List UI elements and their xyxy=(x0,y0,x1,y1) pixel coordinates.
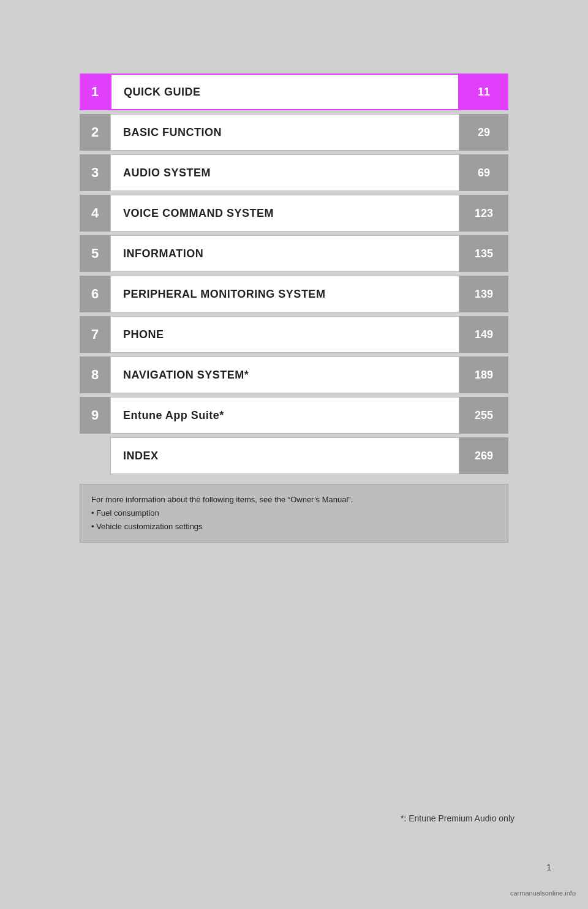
page-container: 1QUICK GUIDE112BASIC FUNCTION293AUDIO SY… xyxy=(0,0,588,909)
toc-page-7: 149 xyxy=(459,316,508,353)
watermark: carmanualsonline.info xyxy=(510,889,576,897)
toc-page-6: 139 xyxy=(459,276,508,312)
toc-row-3[interactable]: 3AUDIO SYSTEM69 xyxy=(80,154,508,191)
toc-content-4: VOICE COMMAND SYSTEM xyxy=(110,195,459,232)
toc-row-8[interactable]: 8NAVIGATION SYSTEM*189 xyxy=(80,356,508,393)
toc-title-7: PHONE xyxy=(123,328,164,341)
toc-title-8: NAVIGATION SYSTEM* xyxy=(123,369,249,382)
toc-row-4[interactable]: 4VOICE COMMAND SYSTEM123 xyxy=(80,195,508,232)
toc-page-number-index: 269 xyxy=(475,450,493,462)
toc-page-number-4: 123 xyxy=(475,207,493,220)
note-bullet1: • Fuel consumption xyxy=(91,507,497,520)
toc-page-number-1: 11 xyxy=(478,86,490,99)
footnote: *: Entune Premium Audio only xyxy=(401,813,514,823)
toc-content-2: BASIC FUNCTION xyxy=(110,114,459,151)
toc-title-6: PERIPHERAL MONITORING SYSTEM xyxy=(123,288,325,301)
toc-title-2: BASIC FUNCTION xyxy=(123,126,222,139)
toc-number-3: 3 xyxy=(80,154,110,191)
toc-number-7: 7 xyxy=(80,316,110,353)
toc-number-1: 1 xyxy=(80,74,110,110)
toc-page-index: 269 xyxy=(459,437,508,474)
toc-content-8: NAVIGATION SYSTEM* xyxy=(110,356,459,393)
toc-content-1: QUICK GUIDE xyxy=(110,74,459,110)
toc-page-8: 189 xyxy=(459,356,508,393)
toc-number-2: 2 xyxy=(80,114,110,151)
toc-content-9: Entune App Suite* xyxy=(110,397,459,434)
note-box: For more information about the following… xyxy=(80,484,508,543)
toc-page-3: 69 xyxy=(459,154,508,191)
toc-row-6[interactable]: 6PERIPHERAL MONITORING SYSTEM139 xyxy=(80,276,508,312)
toc-page-9: 255 xyxy=(459,397,508,434)
toc-row-9[interactable]: 9Entune App Suite*255 xyxy=(80,397,508,434)
toc-content-3: AUDIO SYSTEM xyxy=(110,154,459,191)
toc-row-2[interactable]: 2BASIC FUNCTION29 xyxy=(80,114,508,151)
note-bullet2: • Vehicle customization settings xyxy=(91,520,497,534)
toc-number-6: 6 xyxy=(80,276,110,312)
toc-title-index: INDEX xyxy=(123,450,159,462)
toc-content-5: INFORMATION xyxy=(110,235,459,272)
toc-number-8: 8 xyxy=(80,356,110,393)
toc-content-index: INDEX xyxy=(110,437,459,474)
toc-page-number-2: 29 xyxy=(478,126,490,139)
toc-row-1[interactable]: 1QUICK GUIDE11 xyxy=(80,74,508,110)
toc-title-3: AUDIO SYSTEM xyxy=(123,167,211,179)
note-text-line1: For more information about the following… xyxy=(91,493,497,507)
toc-page-number-7: 149 xyxy=(475,328,493,341)
toc-page-4: 123 xyxy=(459,195,508,232)
toc-title-1: QUICK GUIDE xyxy=(124,86,201,99)
toc-page-number-9: 255 xyxy=(475,409,493,422)
toc-row-7[interactable]: 7PHONE149 xyxy=(80,316,508,353)
toc-title-5: INFORMATION xyxy=(123,247,203,260)
toc-row-index[interactable]: INDEX269 xyxy=(80,437,508,474)
toc-page-number-8: 189 xyxy=(475,369,493,382)
toc-page-number-6: 139 xyxy=(475,288,493,301)
toc-table: 1QUICK GUIDE112BASIC FUNCTION293AUDIO SY… xyxy=(80,74,508,478)
toc-page-number-3: 69 xyxy=(478,167,490,179)
toc-title-9: Entune App Suite* xyxy=(123,409,224,422)
page-number: 1 xyxy=(546,862,551,872)
toc-row-5[interactable]: 5INFORMATION135 xyxy=(80,235,508,272)
toc-content-7: PHONE xyxy=(110,316,459,353)
toc-number-4: 4 xyxy=(80,195,110,232)
toc-title-4: VOICE COMMAND SYSTEM xyxy=(123,207,274,220)
toc-page-number-5: 135 xyxy=(475,247,493,260)
toc-page-5: 135 xyxy=(459,235,508,272)
toc-page-1: 11 xyxy=(459,74,508,110)
toc-number-5: 5 xyxy=(80,235,110,272)
toc-number-9: 9 xyxy=(80,397,110,434)
toc-content-6: PERIPHERAL MONITORING SYSTEM xyxy=(110,276,459,312)
toc-page-2: 29 xyxy=(459,114,508,151)
